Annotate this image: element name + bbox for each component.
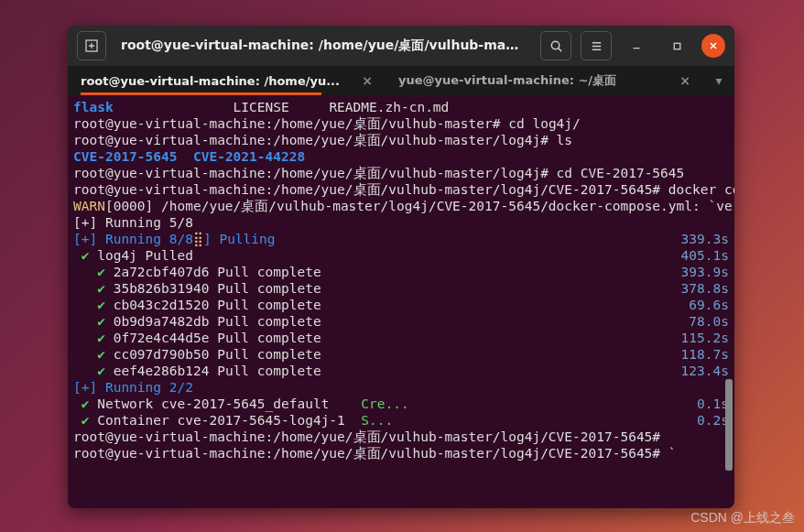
warn-text: [0000] /home/yue/桌面/vulhub-master/log4j/…	[105, 199, 734, 213]
status-text: Cre...	[361, 396, 408, 411]
prompt: root@yue-virtual-machine:/home/yue/桌面/vu…	[73, 446, 660, 461]
timing: 115.2s	[681, 330, 729, 346]
new-tab-icon[interactable]	[77, 31, 106, 60]
scrollbar-thumb[interactable]	[725, 379, 733, 471]
warn-label: WARN	[73, 199, 105, 213]
timing: 339.3s	[681, 231, 729, 247]
command-text: cd CVE-2017-5645	[557, 166, 685, 180]
prompt: root@yue-virtual-machine:/home/yue/桌面/vu…	[73, 429, 660, 444]
close-button[interactable]	[701, 34, 725, 58]
timing: 69.6s	[689, 297, 729, 313]
svg-rect-9	[674, 43, 680, 49]
menu-button[interactable]	[581, 31, 612, 60]
prompt: root@yue-virtual-machine:/home/yue/桌面/vu…	[73, 116, 508, 131]
file-entry: LICENSE	[234, 100, 289, 114]
layer-status: Pull complete	[217, 347, 321, 362]
check-icon: ✔	[97, 298, 105, 312]
layer-status: Pull complete	[217, 265, 321, 279]
file-entry: README.zh-cn.md	[329, 100, 449, 114]
dir-entry: flask	[73, 100, 114, 114]
container-line: Container cve-2017-5645-log4j-1	[89, 413, 361, 428]
status-line: [+] Running 2/2	[73, 380, 193, 395]
pull-line: log4j Pulled	[89, 248, 193, 263]
dir-entry: CVE-2017-5645	[73, 149, 178, 164]
minimize-button[interactable]	[621, 31, 652, 60]
status-line: [+] Running 5/8	[73, 214, 729, 231]
timing: 405.1s	[681, 247, 729, 264]
tab-inactive[interactable]: yue@yue-virtual-machine: ~/桌面 ×	[386, 66, 703, 95]
timing: 123.4s	[681, 363, 729, 379]
close-tab-icon[interactable]: ×	[362, 73, 373, 88]
network-line: Network cve-2017-5645_default	[89, 396, 361, 411]
check-icon: ✔	[97, 314, 105, 329]
window-title: root@yue-virtual-machine: /home/yue/桌面/v…	[115, 38, 531, 54]
command-text: docker compose up -d	[668, 182, 734, 197]
timing: 118.7s	[681, 346, 729, 363]
cursor-char: `	[668, 446, 677, 461]
command-text: cd log4j/	[508, 116, 581, 131]
layer-id: 0b9d9a7482db	[114, 314, 210, 329]
prompt: root@yue-virtual-machine:/home/yue/桌面/vu…	[73, 182, 668, 197]
timing: 393.9s	[681, 264, 729, 280]
layer-id: cb043c2d1520	[114, 298, 210, 312]
layer-status: Pull complete	[217, 364, 321, 378]
tab-active[interactable]: root@yue-virtual-machine: /home/yu... ×	[68, 66, 386, 95]
check-icon: ✔	[97, 364, 105, 378]
terminal-output[interactable]: flask LICENSE README.zh-cn.md root@yue-v…	[68, 95, 734, 508]
prompt: root@yue-virtual-machine:/home/yue/桌面/vu…	[73, 133, 557, 147]
terminal-window: root@yue-virtual-machine: /home/yue/桌面/v…	[68, 26, 734, 508]
timing: 378.8s	[681, 280, 729, 297]
check-icon: ✔	[97, 265, 105, 279]
titlebar: root@yue-virtual-machine: /home/yue/桌面/v…	[68, 26, 734, 66]
status-line: [+] Running 8/8	[73, 232, 193, 246]
prompt: root@yue-virtual-machine:/home/yue/桌面/vu…	[73, 166, 557, 180]
layer-id: 35b826b31940	[114, 281, 210, 296]
watermark: CSDN @上线之叁	[690, 510, 795, 527]
command-text: ls	[557, 133, 572, 147]
timing: 0.2s	[697, 412, 729, 429]
svg-point-3	[551, 41, 559, 49]
layer-id: 0f72e4c44d5e	[114, 331, 210, 345]
status-text: S...	[361, 413, 393, 428]
layer-status: Pull complete	[217, 331, 321, 345]
check-icon: ✔	[97, 331, 105, 345]
svg-line-4	[558, 48, 560, 50]
layer-id: 2a72cbf407d6	[114, 265, 210, 279]
dir-entry: CVE-2021-44228	[193, 149, 305, 164]
search-button[interactable]	[540, 31, 571, 60]
layer-id: eef4e286b124	[114, 364, 210, 378]
layer-status: Pull complete	[217, 298, 321, 312]
close-tab-icon[interactable]: ×	[679, 73, 690, 88]
layer-status: Pull complete	[217, 314, 321, 329]
layer-id: cc097d790b50	[114, 347, 210, 362]
check-icon: ✔	[97, 347, 105, 362]
timing: 0.1s	[697, 396, 729, 412]
maximize-button[interactable]	[661, 31, 692, 60]
check-icon: ✔	[97, 281, 105, 296]
tab-label: yue@yue-virtual-machine: ~/桌面	[398, 72, 672, 89]
tab-label: root@yue-virtual-machine: /home/yu...	[81, 74, 354, 88]
tab-bar: root@yue-virtual-machine: /home/yu... × …	[68, 66, 734, 95]
layer-status: Pull complete	[217, 281, 321, 296]
tab-menu-icon[interactable]: ▾	[703, 66, 734, 95]
timing: 78.0s	[689, 313, 729, 330]
